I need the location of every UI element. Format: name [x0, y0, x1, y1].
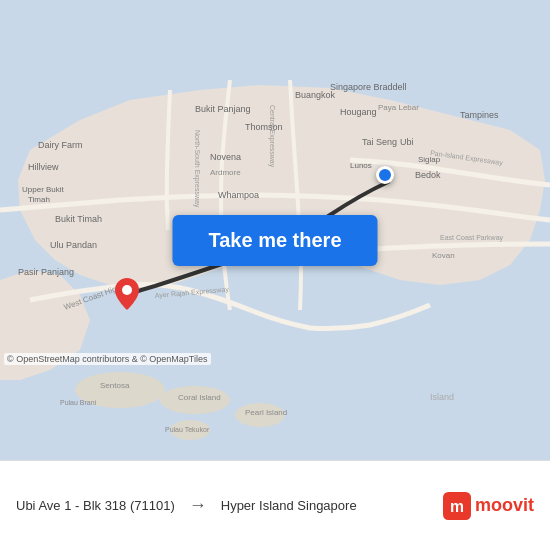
svg-text:Hillview: Hillview — [28, 162, 59, 172]
svg-text:Paya Lebar: Paya Lebar — [378, 103, 419, 112]
svg-text:Thomson: Thomson — [245, 122, 283, 132]
moovit-logo: m moovit — [443, 492, 534, 520]
svg-text:Bedok: Bedok — [415, 170, 441, 180]
svg-text:Bukit Panjang: Bukit Panjang — [195, 104, 251, 114]
svg-text:Upper Bukit: Upper Bukit — [22, 185, 65, 194]
to-stop-label: Hyper Island Singapore — [221, 498, 357, 513]
svg-text:Ulu Pandan: Ulu Pandan — [50, 240, 97, 250]
moovit-text: moovit — [475, 495, 534, 516]
svg-text:Ubi: Ubi — [400, 137, 414, 147]
svg-text:North-South Expressway: North-South Expressway — [193, 130, 201, 208]
svg-text:Pearl Island: Pearl Island — [245, 408, 287, 417]
svg-text:Lunos: Lunos — [350, 161, 372, 170]
svg-text:Tampines: Tampines — [460, 110, 499, 120]
svg-text:Dairy Farm: Dairy Farm — [38, 140, 83, 150]
from-stop-label: Ubi Ave 1 - Blk 318 (71101) — [16, 498, 175, 513]
svg-text:Singapore Braddell: Singapore Braddell — [330, 82, 407, 92]
svg-text:Sentosa: Sentosa — [100, 381, 130, 390]
svg-text:Tai Seng: Tai Seng — [362, 137, 397, 147]
svg-text:Kovan: Kovan — [432, 251, 455, 260]
route-arrow: → — [189, 495, 207, 516]
svg-text:Pulau Brani: Pulau Brani — [60, 399, 97, 406]
svg-text:East Coast Parkway: East Coast Parkway — [440, 234, 504, 242]
svg-text:Siglap: Siglap — [418, 155, 441, 164]
svg-point-45 — [122, 285, 132, 295]
svg-text:Bukit Timah: Bukit Timah — [55, 214, 102, 224]
footer-route: Ubi Ave 1 - Blk 318 (71101) → Hyper Isla… — [16, 495, 443, 516]
svg-text:Timah: Timah — [28, 195, 50, 204]
moovit-icon: m — [443, 492, 471, 520]
svg-text:Whampoa: Whampoa — [218, 190, 259, 200]
svg-text:Ardmore: Ardmore — [210, 168, 241, 177]
svg-text:Novena: Novena — [210, 152, 241, 162]
destination-pin — [376, 166, 394, 184]
svg-text:Coral Island: Coral Island — [178, 393, 221, 402]
footer-info: Ubi Ave 1 - Blk 318 (71101) → Hyper Isla… — [16, 495, 357, 516]
svg-text:Pasir Panjang: Pasir Panjang — [18, 267, 74, 277]
footer: Ubi Ave 1 - Blk 318 (71101) → Hyper Isla… — [0, 460, 550, 550]
svg-text:Pulau Tekukor: Pulau Tekukor — [165, 426, 210, 433]
svg-text:m: m — [450, 498, 464, 515]
svg-text:Hougang: Hougang — [340, 107, 377, 117]
map-container: West Coast Highway Ayer Rajah Expressway… — [0, 0, 550, 460]
svg-text:Island: Island — [430, 392, 454, 402]
svg-text:Central Expressway: Central Expressway — [268, 105, 276, 168]
take-me-there-button[interactable]: Take me there — [172, 215, 377, 266]
origin-pin — [115, 278, 139, 314]
map-attribution: © OpenStreetMap contributors & © OpenMap… — [4, 353, 211, 365]
